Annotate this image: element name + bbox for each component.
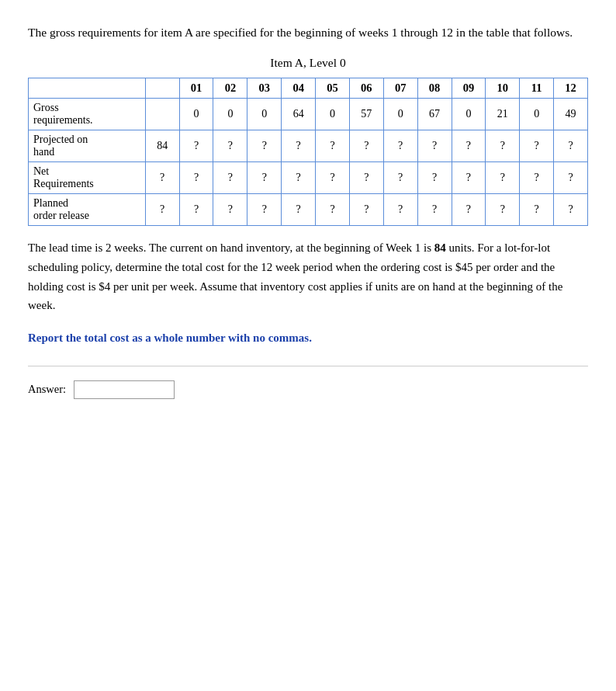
header-col0 — [145, 78, 179, 99]
header-week-04: 04 — [282, 78, 316, 99]
row-0-week-9: 0 — [452, 99, 486, 130]
row-1-week-8: ? — [417, 130, 452, 162]
header-week-02: 02 — [213, 78, 247, 99]
row-2-week-6: ? — [349, 162, 383, 194]
desc-bold1: 84 — [434, 241, 446, 254]
row-0-week-5: 0 — [316, 99, 350, 130]
row-0-week-4: 64 — [282, 99, 316, 130]
header-label-cell — [29, 78, 146, 99]
row-col0-1: 84 — [145, 130, 179, 162]
row-3-week-5: ? — [316, 194, 350, 226]
row-0-week-12: 49 — [554, 99, 588, 130]
row-1-week-12: ? — [554, 130, 588, 162]
row-2-week-8: ? — [417, 162, 452, 194]
row-3-week-1: ? — [179, 194, 213, 226]
row-3-week-4: ? — [282, 194, 316, 226]
row-1-week-5: ? — [316, 130, 350, 162]
intro-text: The gross requirements for item A are sp… — [28, 23, 588, 42]
answer-input[interactable] — [74, 380, 175, 399]
description-block: The lead time is 2 weeks. The current on… — [28, 238, 588, 315]
header-week-03: 03 — [247, 78, 282, 99]
table-row: Gross requirements.00064057067021049 — [29, 99, 588, 130]
row-1-week-11: ? — [520, 130, 554, 162]
header-week-12: 12 — [554, 78, 588, 99]
row-1-week-2: ? — [213, 130, 247, 162]
row-0-week-1: 0 — [179, 99, 213, 130]
table-row: Net Requirements????????????? — [29, 162, 588, 194]
row-2-week-7: ? — [383, 162, 417, 194]
row-2-week-10: ? — [486, 162, 520, 194]
header-week-01: 01 — [179, 78, 213, 99]
row-1-week-3: ? — [247, 130, 282, 162]
row-0-week-11: 0 — [520, 99, 554, 130]
header-row: 01 02 03 04 05 06 07 08 09 10 11 12 — [29, 78, 588, 99]
row-0-week-3: 0 — [247, 99, 282, 130]
row-col0-3: ? — [145, 194, 179, 226]
header-week-11: 11 — [520, 78, 554, 99]
row-2-week-1: ? — [179, 162, 213, 194]
row-2-week-9: ? — [452, 162, 486, 194]
row-1-week-7: ? — [383, 130, 417, 162]
row-col0-2: ? — [145, 162, 179, 194]
row-3-week-10: ? — [486, 194, 520, 226]
row-2-week-12: ? — [554, 162, 588, 194]
row-1-week-1: ? — [179, 130, 213, 162]
row-2-week-4: ? — [282, 162, 316, 194]
row-2-week-5: ? — [316, 162, 350, 194]
row-3-week-7: ? — [383, 194, 417, 226]
row-0-week-7: 0 — [383, 99, 417, 130]
table-title: Item A, Level 0 — [28, 56, 588, 70]
header-week-05: 05 — [316, 78, 350, 99]
row-2-week-11: ? — [520, 162, 554, 194]
row-3-week-11: ? — [520, 194, 554, 226]
row-2-week-2: ? — [213, 162, 247, 194]
row-3-week-9: ? — [452, 194, 486, 226]
desc-part1: The lead time is 2 weeks. The current on… — [28, 241, 434, 254]
row-3-week-2: ? — [213, 194, 247, 226]
row-0-week-10: 21 — [486, 99, 520, 130]
row-3-week-12: ? — [554, 194, 588, 226]
header-week-06: 06 — [349, 78, 383, 99]
row-label-3: Planned order release — [29, 194, 146, 226]
row-1-week-10: ? — [486, 130, 520, 162]
row-1-week-6: ? — [349, 130, 383, 162]
answer-row: Answer: — [28, 380, 588, 399]
row-0-week-6: 57 — [349, 99, 383, 130]
mrp-table: 01 02 03 04 05 06 07 08 09 10 11 12 Gros… — [28, 78, 588, 226]
header-week-09: 09 — [452, 78, 486, 99]
row-3-week-6: ? — [349, 194, 383, 226]
table-row: Planned order release????????????? — [29, 194, 588, 226]
divider — [28, 366, 588, 366]
row-label-0: Gross requirements. — [29, 99, 146, 130]
row-1-week-9: ? — [452, 130, 486, 162]
table-row: Projected on hand84???????????? — [29, 130, 588, 162]
row-label-2: Net Requirements — [29, 162, 146, 194]
header-week-10: 10 — [486, 78, 520, 99]
row-col0-0 — [145, 99, 179, 130]
row-0-week-8: 67 — [417, 99, 452, 130]
row-3-week-3: ? — [247, 194, 282, 226]
report-line: Report the total cost as a whole number … — [28, 329, 588, 347]
row-label-1: Projected on hand — [29, 130, 146, 162]
row-3-week-8: ? — [417, 194, 452, 226]
answer-label: Answer: — [28, 383, 66, 396]
row-0-week-2: 0 — [213, 99, 247, 130]
header-week-07: 07 — [383, 78, 417, 99]
row-2-week-3: ? — [247, 162, 282, 194]
header-week-08: 08 — [417, 78, 452, 99]
row-1-week-4: ? — [282, 130, 316, 162]
